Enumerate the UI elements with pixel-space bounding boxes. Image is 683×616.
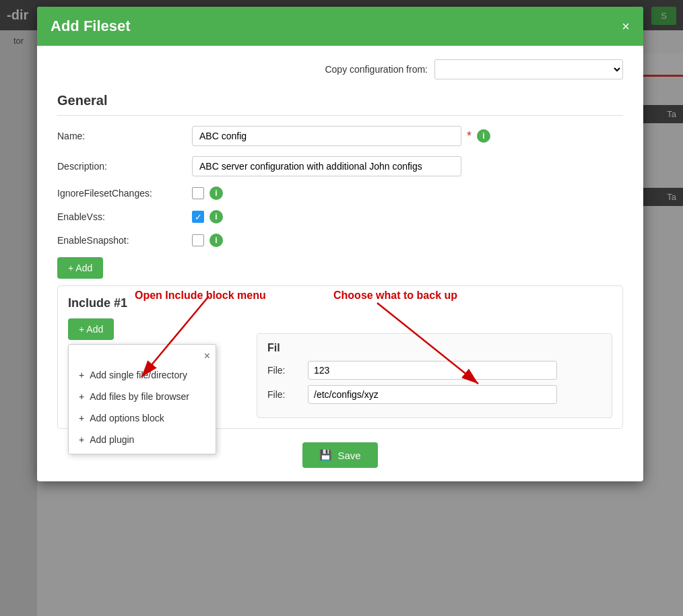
modal-header: Add Fileset × bbox=[37, 7, 643, 46]
files-block-title: Fil bbox=[267, 342, 601, 354]
save-button[interactable]: 💾 Save bbox=[302, 442, 377, 468]
add-button-row: + Add bbox=[57, 257, 623, 279]
ignore-info-icon[interactable]: i bbox=[209, 186, 223, 200]
copy-config-label: Copy configuration from: bbox=[325, 64, 428, 75]
include-dropdown-menu: × + Add single file/directory + Add file… bbox=[68, 344, 216, 454]
modal-title: Add Fileset bbox=[51, 18, 131, 35]
enable-snapshot-label: EnableSnapshot: bbox=[57, 235, 192, 246]
add-button[interactable]: + Add bbox=[57, 257, 103, 279]
save-icon: 💾 bbox=[319, 449, 332, 461]
include-add-button[interactable]: + Add bbox=[68, 318, 114, 340]
dropdown-header: × bbox=[69, 348, 216, 364]
plus-icon-1: + bbox=[79, 370, 84, 380]
dropdown-close-button[interactable]: × bbox=[204, 350, 210, 362]
add-fileset-modal: Add Fileset × Copy configuration from: G… bbox=[37, 7, 643, 481]
include-title: Include #1 bbox=[68, 296, 612, 310]
modal-body: Copy configuration from: General Name: *… bbox=[37, 46, 643, 481]
dropdown-item-file-browser[interactable]: + Add files by file browser bbox=[69, 386, 216, 407]
file-label-2: File: bbox=[267, 389, 308, 400]
modal-close-button[interactable]: × bbox=[622, 20, 630, 33]
name-info-icon[interactable]: i bbox=[477, 129, 490, 143]
copy-config-row: Copy configuration from: bbox=[57, 59, 623, 79]
save-label: Save bbox=[337, 450, 360, 461]
enable-snapshot-checkbox[interactable] bbox=[192, 234, 204, 246]
file-row-2: File: bbox=[267, 385, 601, 404]
ignore-fileset-row: IgnoreFilesetChanges: i bbox=[57, 186, 623, 200]
files-block: Fil File: File: bbox=[257, 333, 612, 418]
dropdown-item-single-file[interactable]: + Add single file/directory bbox=[69, 364, 216, 386]
file-input-2[interactable] bbox=[308, 385, 557, 404]
dropdown-item-plugin[interactable]: + Add plugin bbox=[69, 429, 216, 450]
dropdown-item-label-3: Add options block bbox=[90, 413, 164, 423]
plus-icon-3: + bbox=[79, 413, 84, 423]
name-label: Name: bbox=[57, 131, 192, 141]
description-label: Description: bbox=[57, 161, 192, 172]
dropdown-item-label-4: Add plugin bbox=[90, 434, 134, 445]
enable-snapshot-row: EnableSnapshot: i bbox=[57, 234, 623, 247]
file-label-1: File: bbox=[267, 365, 308, 376]
plus-icon-4: + bbox=[79, 434, 84, 445]
enable-vss-checkbox[interactable]: ✓ bbox=[192, 211, 204, 223]
vss-info-icon[interactable]: i bbox=[209, 210, 223, 224]
plus-icon-2: + bbox=[79, 391, 84, 402]
snapshot-info-icon[interactable]: i bbox=[209, 234, 223, 247]
description-row: Description: bbox=[57, 156, 623, 176]
required-star: * bbox=[467, 129, 471, 143]
file-input-1[interactable] bbox=[308, 361, 557, 380]
name-row: Name: * i bbox=[57, 126, 623, 146]
enable-vss-row: EnableVss: ✓ i bbox=[57, 210, 623, 224]
ignore-fileset-label: IgnoreFilesetChanges: bbox=[57, 188, 192, 199]
description-input[interactable] bbox=[192, 156, 461, 176]
file-row-1: File: bbox=[267, 361, 601, 380]
dropdown-item-label-2: Add files by file browser bbox=[90, 391, 189, 402]
copy-config-select[interactable] bbox=[434, 59, 623, 79]
name-input[interactable] bbox=[192, 126, 461, 146]
enable-vss-label: EnableVss: bbox=[57, 211, 192, 222]
general-heading: General bbox=[57, 93, 623, 116]
dropdown-item-options-block[interactable]: + Add options block bbox=[69, 407, 216, 429]
include-section: Include #1 + Add × + Add single file/dir… bbox=[57, 285, 623, 429]
include-add-container: + Add × + Add single file/directory + Ad… bbox=[68, 318, 114, 340]
dropdown-item-label-1: Add single file/directory bbox=[90, 370, 187, 380]
ignore-fileset-checkbox[interactable] bbox=[192, 187, 204, 199]
